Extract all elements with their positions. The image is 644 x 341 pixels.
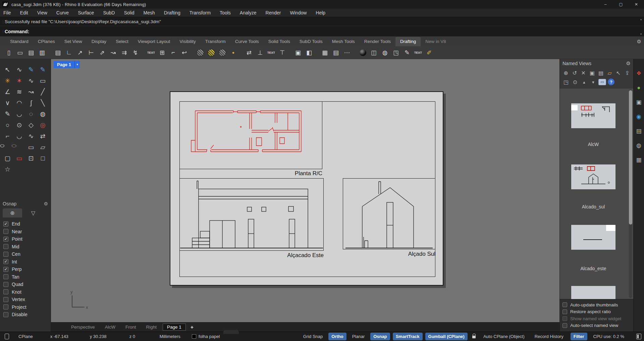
osnap-row[interactable]: End <box>3 220 51 228</box>
viewport-tab[interactable]: Front <box>121 324 140 331</box>
checkbox[interactable] <box>3 297 8 302</box>
checkbox[interactable] <box>562 323 567 328</box>
checkbox[interactable] <box>562 302 567 307</box>
menu-item[interactable]: SubD <box>103 10 115 15</box>
status-toggle[interactable]: Record History <box>532 333 567 340</box>
toolbar-tab[interactable]: Solid Tools <box>264 37 295 46</box>
checkbox[interactable] <box>3 222 8 227</box>
polygon-center-icon[interactable]: ⊡ <box>25 153 37 163</box>
annotate-folder-icon[interactable]: ✐ <box>424 48 435 58</box>
checkbox[interactable] <box>3 312 8 317</box>
gear-icon[interactable]: ⚙ <box>626 60 631 66</box>
command-prompt-row[interactable]: ⋮ Command: <box>0 26 644 37</box>
viewport-tab[interactable]: Perspective <box>67 324 99 331</box>
new-file-icon[interactable]: ▯ <box>3 48 14 58</box>
toolbar-tab[interactable]: Transform <box>201 37 230 46</box>
import-named-views-icon[interactable]: ▱ <box>606 69 614 77</box>
osnap-row[interactable]: Int <box>3 258 51 266</box>
status-units[interactable]: Millimeters <box>160 334 180 339</box>
menu-item[interactable]: Transform <box>190 10 211 15</box>
wireframe-sphere-icon[interactable]: ◍ <box>379 48 390 58</box>
command-scrollbar[interactable]: ▴▾ <box>639 18 643 36</box>
named-view-thumbnail[interactable] <box>571 103 615 128</box>
copy-detail-icon[interactable]: ◳ <box>390 48 401 58</box>
revision-arrow-icon[interactable]: ↩ <box>179 48 190 58</box>
checkbox[interactable] <box>3 289 8 294</box>
duplicate-view-icon[interactable]: ◳ <box>562 78 570 86</box>
select-arrow-icon[interactable]: ↖ <box>2 64 13 75</box>
interpolate-curve-icon[interactable]: ∫ <box>25 98 37 108</box>
rectangle-edit-icon[interactable]: ▭ <box>14 153 25 163</box>
hatch-yellow-icon[interactable] <box>206 48 217 58</box>
arrow-wavy-icon[interactable]: ↝ <box>108 48 119 58</box>
layers-panel-icon[interactable]: ▤ <box>636 128 641 134</box>
named-views-option[interactable]: Auto-update thumbnails <box>562 301 633 308</box>
text-height-icon[interactable]: TEXT <box>266 48 277 58</box>
named-view-thumbnail[interactable] <box>571 286 615 299</box>
status-toggle[interactable]: Osnap <box>370 333 390 340</box>
menu-item[interactable]: Tools <box>220 10 231 15</box>
status-toggle[interactable]: Planar <box>349 333 368 340</box>
status-toggle[interactable]: Ortho <box>328 333 346 340</box>
table-rows-icon[interactable]: ▤ <box>330 48 341 58</box>
explode-icon[interactable]: ✶ <box>14 76 25 86</box>
toolbar-tab[interactable]: Render Tools <box>360 37 395 46</box>
menu-item[interactable]: Analyze <box>240 10 257 15</box>
toolbar-tab[interactable]: Mesh Tools <box>327 37 360 46</box>
toolbar-tab[interactable]: SubD Tools <box>295 37 327 46</box>
zigzag-leader-icon[interactable]: ↯ <box>130 48 141 58</box>
menu-item[interactable]: File <box>3 10 11 15</box>
move-curve-icon[interactable]: ⇄ <box>37 131 48 141</box>
drag-handle-icon[interactable]: ⋮ <box>1 30 5 33</box>
current-layer[interactable]: folha papel <box>192 334 220 339</box>
maximize-button[interactable]: ▢ <box>613 0 629 9</box>
named-views-option[interactable]: Restore aspect ratio <box>562 308 633 315</box>
menu-item[interactable]: Edit <box>20 10 28 15</box>
toolbar-tab[interactable]: New in V8 <box>421 37 451 46</box>
status-toggle[interactable]: Gumball (CPlane) <box>425 333 468 340</box>
show-view-icon[interactable]: ⊙ <box>571 78 579 86</box>
toolbar-tab[interactable]: Curve Tools <box>230 37 264 46</box>
paint-drop-icon[interactable]: ● <box>228 48 239 58</box>
delete-named-view-icon[interactable]: ✕ <box>579 69 587 77</box>
match-annotation-icon[interactable]: ⇄ <box>244 48 255 58</box>
menu-item[interactable]: Render <box>266 10 281 15</box>
minimize-button[interactable]: – <box>598 0 613 9</box>
gear-icon[interactable]: ⚙ <box>44 201 48 206</box>
copy-named-view-icon[interactable]: ▣ <box>588 69 596 77</box>
offset-curve-icon[interactable]: ≋ <box>14 87 25 97</box>
rhino-panel-icon[interactable]: ❖ <box>636 70 641 76</box>
checkbox[interactable] <box>3 267 8 272</box>
detail-view-icon[interactable]: ▣ <box>292 48 304 58</box>
arrow-double-icon[interactable]: ⇉ <box>119 48 130 58</box>
page-viewport[interactable]: Page 1 ▾ <box>51 59 559 322</box>
circle-icon[interactable]: ○ <box>2 120 13 130</box>
spray-points-icon[interactable]: ✳ <box>2 76 13 86</box>
arc-sed-icon[interactable]: ◡ <box>14 109 25 119</box>
annotate-pencil-alt-icon[interactable]: ✎ <box>37 64 48 75</box>
toolbar-tab[interactable]: Visibility <box>175 37 201 46</box>
parallelogram-icon[interactable]: ▱ <box>37 142 48 152</box>
properties-panel-icon[interactable]: ◉ <box>636 114 641 119</box>
status-toggle[interactable]: Auto CPlane (Object) <box>480 333 528 340</box>
line-icon[interactable]: ╱ <box>37 87 48 97</box>
dim-vertical-icon[interactable]: ⊥ <box>255 48 266 58</box>
circle-points-icon[interactable]: ◌ <box>25 109 37 119</box>
panel-toggle-icon[interactable] <box>636 334 641 339</box>
osnap-filter-tab[interactable]: ▽ <box>23 208 43 217</box>
toolbar-tab[interactable]: Select <box>111 37 133 46</box>
osnap-row[interactable]: Project <box>3 303 51 311</box>
menu-item[interactable]: Curve <box>56 10 69 15</box>
notes-icon[interactable]: ▤ <box>52 48 63 58</box>
control-points-icon[interactable]: ∿ <box>14 64 25 75</box>
named-view-thumbnail[interactable] <box>571 164 615 189</box>
table-icon[interactable]: ▦ <box>319 48 330 58</box>
toolbar-tab[interactable]: Standard <box>5 37 33 46</box>
hatch-cross-icon[interactable] <box>217 48 228 58</box>
add-viewport-tab-button[interactable]: + <box>188 324 196 330</box>
scroll-down-icon[interactable]: ▾ <box>640 33 642 36</box>
text-style-icon[interactable]: TEXT <box>413 48 424 58</box>
text-tool-icon[interactable]: TEXT <box>146 48 157 58</box>
rectangle-points-icon[interactable]: ▭ <box>37 76 48 86</box>
restore-named-view-icon[interactable]: ↺ <box>571 69 579 77</box>
